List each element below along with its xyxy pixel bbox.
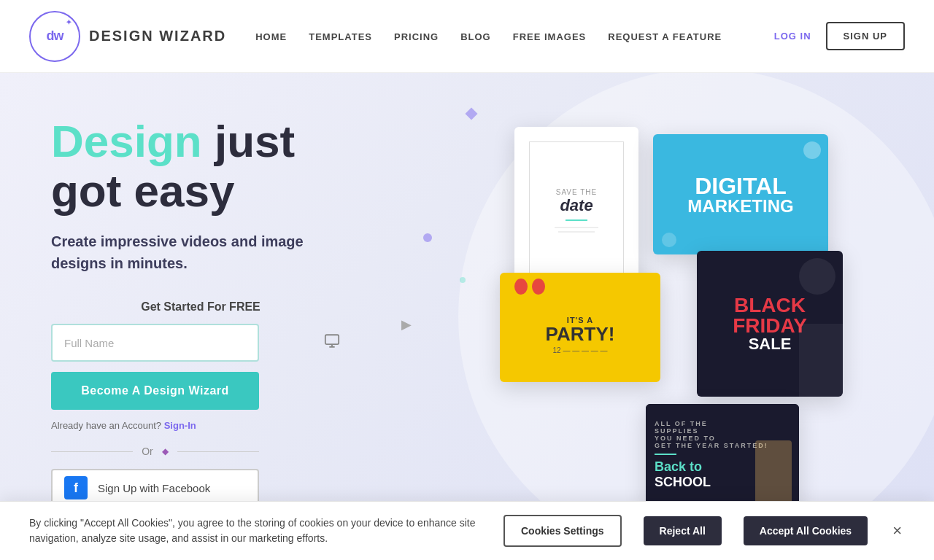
form-title: Get Started For FREE xyxy=(51,300,350,314)
card-save-date: save the date xyxy=(514,127,638,295)
nav-request-feature[interactable]: REQUEST A FEATURE xyxy=(608,31,722,42)
signin-prompt: Already have an Account? Sign-In xyxy=(51,420,350,431)
deco-diamond-hero xyxy=(466,108,478,120)
facebook-icon: f xyxy=(64,476,88,499)
hero-section: Design just got easy Create impressive v… xyxy=(0,73,934,560)
nav-blog[interactable]: BLOG xyxy=(460,31,491,42)
card-party: IT'S A PARTY! 12 — — — — — xyxy=(500,273,660,382)
nav-templates[interactable]: TEMPLATES xyxy=(309,31,372,42)
nav-links: HOME TEMPLATES PRICING BLOG FREE IMAGES … xyxy=(255,30,774,43)
deco-dot-1 xyxy=(423,233,432,242)
facebook-btn-label: Sign Up with Facebook xyxy=(98,482,210,494)
become-wizard-button[interactable]: Become A Design Wizard xyxy=(51,372,259,410)
divider-line-right xyxy=(177,451,259,452)
logo-name: DESIGN WIZARD xyxy=(89,28,226,44)
divider-line-left xyxy=(51,451,133,452)
diamond-icon: ◆ xyxy=(162,446,169,456)
logo-link[interactable]: dw DESIGN WIZARD xyxy=(29,11,226,62)
cookie-text: By clicking "Accept All Cookies", you ag… xyxy=(29,516,482,546)
fullname-input[interactable] xyxy=(51,324,259,362)
nav-home[interactable]: HOME xyxy=(255,31,287,42)
navbar: dw DESIGN WIZARD HOME TEMPLATES PRICING … xyxy=(0,0,934,73)
arrow-icon: ▶ xyxy=(401,316,412,332)
hero-headline: Design just got easy xyxy=(51,117,350,216)
user-icon xyxy=(324,333,340,353)
signup-button[interactable]: SIGN UP xyxy=(826,22,905,50)
headline-design: Design xyxy=(51,116,202,166)
card-black-friday: BLACK FRIDAY SALE xyxy=(697,251,843,397)
logo-icon: dw xyxy=(29,11,80,62)
nav-right: LOG IN SIGN UP xyxy=(774,22,905,50)
nav-pricing[interactable]: PRICING xyxy=(394,31,439,42)
cookies-settings-button[interactable]: Cookies Settings xyxy=(503,515,622,547)
close-cookie-banner-button[interactable]: × xyxy=(889,521,905,540)
hero-right: ▶ save the date DIGITAL MA xyxy=(379,73,934,560)
reject-cookies-button[interactable]: Reject All xyxy=(644,516,722,545)
or-text: Or xyxy=(142,446,153,457)
cookie-banner: By clicking "Accept All Cookies", you ag… xyxy=(0,501,934,560)
accept-cookies-button[interactable]: Accept All Cookies xyxy=(744,516,868,545)
hero-subtext: Create impressive videos and image desig… xyxy=(51,230,350,274)
card-back-to-school: ALL OF THESUPPLIESYOU NEED TOGET THE YEA… xyxy=(646,404,799,506)
hero-left: Design just got easy Create impressive v… xyxy=(0,73,379,560)
name-input-wrapper xyxy=(51,324,350,362)
signin-link[interactable]: Sign-In xyxy=(164,420,196,431)
or-divider: Or ◆ xyxy=(51,446,259,457)
signup-form: Get Started For FREE Become A Design Wiz… xyxy=(51,300,350,507)
cards-container: save the date DIGITAL MARKETING xyxy=(456,120,857,528)
nav-free-images[interactable]: FREE IMAGES xyxy=(513,31,587,42)
svg-rect-0 xyxy=(325,335,339,345)
login-link[interactable]: LOG IN xyxy=(774,31,811,42)
card-digital-marketing: DIGITAL MARKETING xyxy=(653,134,828,254)
